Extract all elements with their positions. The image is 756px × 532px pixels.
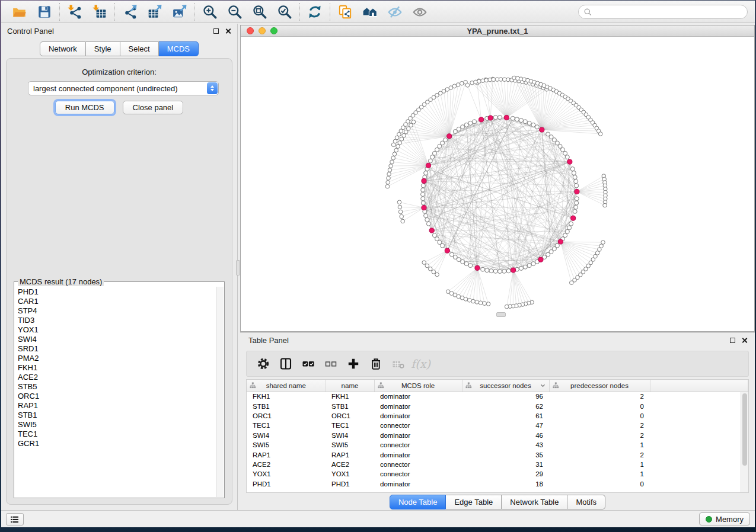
- close-window-icon[interactable]: [247, 27, 254, 34]
- network-node[interactable]: [511, 116, 515, 120]
- network-node[interactable]: [461, 125, 465, 129]
- network-graph[interactable]: [241, 37, 754, 331]
- network-node[interactable]: [493, 116, 497, 120]
- tab-select[interactable]: Select: [120, 41, 159, 56]
- network-node[interactable]: [570, 167, 575, 171]
- network-node[interactable]: [567, 226, 572, 230]
- mcds-dominator-node[interactable]: [558, 239, 563, 244]
- fan-node[interactable]: [389, 164, 393, 168]
- network-node[interactable]: [502, 269, 506, 273]
- delete-column-button[interactable]: [368, 356, 384, 372]
- network-node[interactable]: [527, 121, 531, 125]
- mcds-result-item[interactable]: ORC1: [15, 392, 216, 401]
- network-node[interactable]: [464, 262, 468, 266]
- mcds-dominator-node[interactable]: [475, 265, 480, 270]
- fan-node[interactable]: [505, 305, 509, 309]
- network-node[interactable]: [485, 268, 489, 273]
- network-node[interactable]: [468, 121, 473, 125]
- deselect-all-rows-button[interactable]: [323, 356, 339, 372]
- maximize-window-icon[interactable]: [270, 27, 277, 34]
- mcds-result-item[interactable]: RAP1: [15, 401, 216, 411]
- fan-node[interactable]: [502, 78, 506, 82]
- table-row[interactable]: FKH1FKH1dominator962: [247, 392, 748, 401]
- fan-node[interactable]: [481, 79, 485, 83]
- network-node[interactable]: [515, 117, 519, 121]
- fan-node[interactable]: [428, 267, 432, 271]
- fan-node[interactable]: [452, 84, 457, 88]
- mcds-dominator-node[interactable]: [429, 228, 434, 233]
- fan-node[interactable]: [471, 299, 476, 303]
- fan-node[interactable]: [422, 261, 426, 265]
- network-node[interactable]: [481, 267, 485, 271]
- network-node[interactable]: [574, 180, 578, 184]
- mcds-result-item[interactable]: PHD1: [15, 287, 216, 297]
- fan-node[interactable]: [446, 290, 450, 294]
- network-window-titlebar[interactable]: YPA_prune.txt_1: [241, 25, 754, 37]
- fan-node[interactable]: [435, 273, 439, 277]
- close-panel-icon[interactable]: [225, 28, 231, 34]
- network-node[interactable]: [565, 229, 569, 233]
- network-node[interactable]: [563, 151, 567, 155]
- network-node[interactable]: [421, 197, 425, 201]
- mcds-result-item[interactable]: STB1: [15, 411, 216, 420]
- zoom-selected-button[interactable]: [275, 2, 295, 21]
- network-node[interactable]: [498, 116, 502, 120]
- fan-node[interactable]: [460, 81, 464, 85]
- table-row[interactable]: SWI4SWI4dominator462: [247, 431, 748, 440]
- fan-node[interactable]: [407, 127, 411, 131]
- fan-node[interactable]: [387, 172, 391, 177]
- fan-node[interactable]: [386, 181, 390, 185]
- column-header-MCDS-role[interactable]: MCDS role: [374, 380, 462, 392]
- fan-node[interactable]: [432, 270, 436, 274]
- network-node[interactable]: [428, 159, 432, 163]
- mcds-dominator-node[interactable]: [504, 115, 509, 120]
- fan-node[interactable]: [393, 152, 397, 156]
- table-row[interactable]: STB1STB1dominator620: [247, 401, 748, 411]
- fan-node[interactable]: [467, 299, 471, 303]
- import-network-button[interactable]: [65, 2, 85, 21]
- zoom-out-button[interactable]: [225, 2, 245, 21]
- mcds-result-item[interactable]: SRD1: [15, 344, 216, 354]
- task-history-button[interactable]: [6, 513, 24, 525]
- network-node[interactable]: [468, 264, 473, 268]
- fan-node[interactable]: [385, 184, 390, 188]
- network-node[interactable]: [573, 209, 577, 213]
- mcds-dominator-node[interactable]: [538, 257, 543, 262]
- fan-node[interactable]: [394, 148, 398, 152]
- fan-node[interactable]: [488, 78, 492, 82]
- fan-node[interactable]: [397, 200, 401, 204]
- tab-mcds[interactable]: MCDS: [159, 41, 199, 56]
- mcds-result-item[interactable]: TID3: [15, 316, 216, 325]
- fan-node[interactable]: [425, 264, 429, 268]
- zoom-fit-button[interactable]: [250, 2, 270, 21]
- save-session-button[interactable]: [34, 2, 55, 21]
- first-neighbors-button[interactable]: [360, 2, 380, 21]
- network-node[interactable]: [572, 171, 576, 175]
- memory-button[interactable]: Memory: [699, 512, 750, 525]
- network-node[interactable]: [432, 233, 436, 238]
- network-node[interactable]: [569, 222, 573, 226]
- import-table-button[interactable]: [90, 2, 110, 21]
- mcds-result-item[interactable]: YOX1: [15, 325, 216, 335]
- fan-node[interactable]: [400, 214, 404, 219]
- export-table-button[interactable]: [145, 2, 165, 21]
- network-node[interactable]: [461, 259, 465, 264]
- table-row[interactable]: SWI5SWI5connector431: [247, 440, 748, 450]
- table-row[interactable]: ACE2ACE2connector311: [247, 460, 748, 469]
- fan-node[interactable]: [388, 168, 392, 172]
- column-header-shared-name[interactable]: shared name: [247, 380, 326, 392]
- network-node[interactable]: [575, 197, 579, 201]
- fan-node[interactable]: [475, 300, 479, 305]
- column-settings-button[interactable]: [255, 356, 271, 372]
- table-row[interactable]: RAP1RAP1dominator352: [247, 450, 748, 459]
- mcds-dominator-node[interactable]: [447, 134, 452, 139]
- fan-node[interactable]: [479, 301, 483, 305]
- mcds-dominator-node[interactable]: [422, 178, 426, 183]
- mcds-dominator-node[interactable]: [567, 159, 572, 164]
- network-node[interactable]: [575, 184, 579, 188]
- fan-node[interactable]: [506, 78, 511, 82]
- fan-node[interactable]: [401, 219, 405, 223]
- fan-node[interactable]: [474, 80, 478, 84]
- network-node[interactable]: [473, 120, 477, 124]
- mcds-result-item[interactable]: SWI5: [15, 420, 216, 430]
